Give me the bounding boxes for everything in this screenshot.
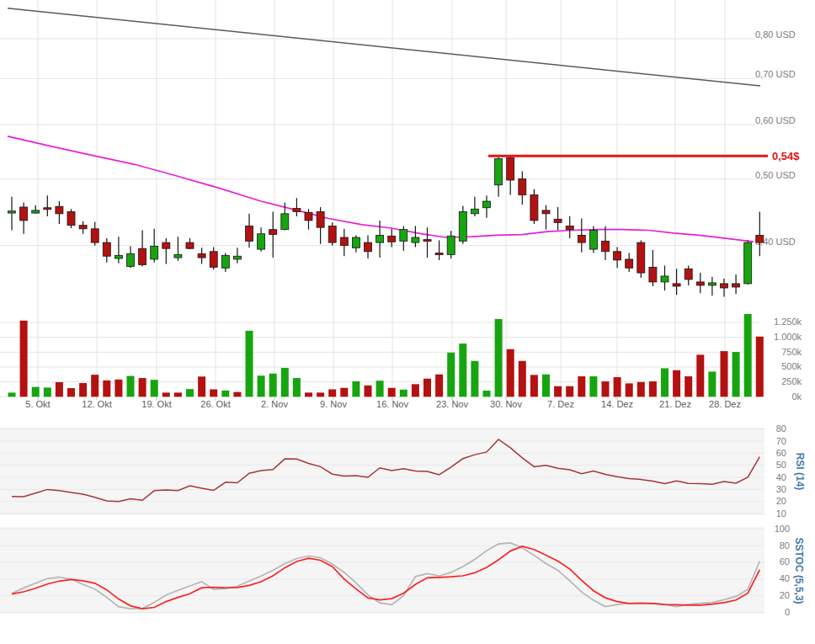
candle-body <box>744 242 752 284</box>
candle <box>210 247 217 269</box>
candle <box>708 277 716 295</box>
candle-body <box>20 207 28 221</box>
volume-bar <box>519 361 526 397</box>
volume-bar <box>115 380 122 397</box>
moving-average-line <box>8 136 754 242</box>
price-axis-label: 0,70 USD <box>755 69 796 79</box>
candle-body <box>756 235 764 242</box>
candle <box>198 247 205 263</box>
candle <box>328 222 336 245</box>
volume-bar <box>637 382 645 397</box>
chart-canvas[interactable]: 5. Okt12. Okt19. Okt26. Okt2. Nov9. Nov1… <box>0 0 815 644</box>
candle <box>162 238 170 264</box>
volume-bar <box>103 381 110 397</box>
date-axis-label: 21. Dez <box>659 399 691 409</box>
candle-body <box>589 231 597 250</box>
candle-body <box>328 226 336 242</box>
candle <box>388 229 396 247</box>
candle <box>20 203 28 234</box>
volume-bar <box>578 376 585 397</box>
candle-body <box>67 211 75 225</box>
volume-axis-label: 1.250k <box>774 317 802 327</box>
candle <box>602 226 610 259</box>
candle <box>542 205 550 230</box>
volume-axis-label: 750k <box>781 347 802 357</box>
candle <box>127 247 135 269</box>
candle-body <box>530 194 538 220</box>
candle <box>530 189 538 224</box>
volume-bar <box>139 378 146 397</box>
date-axis-label: 16. Nov <box>376 399 408 409</box>
rsi-axis-label: 80 <box>776 423 786 434</box>
volume-bar <box>67 388 75 397</box>
volume-bar <box>589 376 597 397</box>
candle <box>459 205 466 243</box>
candle-body <box>103 242 110 256</box>
volume-bar <box>483 391 491 397</box>
candle <box>174 237 182 261</box>
sstoc-axis-label: 80 <box>780 540 790 551</box>
volume-axis-label: 500k <box>781 361 802 371</box>
candle <box>305 209 312 229</box>
candle <box>139 231 146 267</box>
volume-bar <box>233 392 241 397</box>
candle <box>661 265 669 290</box>
candle-body <box>412 237 419 242</box>
candle-body <box>696 282 704 285</box>
candle-body <box>637 242 645 273</box>
volume-bar <box>365 386 372 397</box>
candle <box>578 218 585 252</box>
candle <box>649 250 657 286</box>
volume-bar <box>471 361 478 397</box>
volume-bar <box>32 387 40 397</box>
volume-bar <box>198 376 205 397</box>
date-axis-label: 9. Nov <box>320 399 347 409</box>
volume-bar <box>447 353 455 397</box>
candle-body <box>435 253 443 255</box>
candle <box>233 247 241 263</box>
candle-body <box>269 230 277 235</box>
candle <box>103 238 110 263</box>
candle <box>67 209 75 228</box>
volume-bar <box>626 383 633 397</box>
candle-body <box>708 283 716 285</box>
candle-body <box>388 236 396 242</box>
candle <box>614 247 621 268</box>
volume-axis-label: 1.000k <box>774 332 802 342</box>
sstoc-axis-label: 100 <box>775 524 790 534</box>
rsi-panel-title: RSI (14) <box>794 453 806 491</box>
candle-body <box>44 208 51 210</box>
stock-chart: 5. Okt12. Okt19. Okt26. Okt2. Nov9. Nov1… <box>0 0 815 644</box>
candle <box>221 253 229 273</box>
candle-body <box>483 201 491 208</box>
candlesticks <box>8 156 764 296</box>
volume-bar <box>400 390 408 397</box>
candle-body <box>56 206 63 214</box>
date-axis-label: 5. Okt <box>25 399 50 409</box>
date-axis-label: 30. Nov <box>490 399 522 409</box>
candle-body <box>721 284 728 288</box>
candle-body <box>459 211 466 241</box>
downtrend-line <box>8 8 760 86</box>
volume-bar <box>258 375 265 397</box>
volume-bar <box>566 386 573 397</box>
volume-bar <box>495 319 503 397</box>
volume-bar <box>79 383 87 397</box>
volume-bar <box>340 388 348 397</box>
candle-body <box>400 230 408 242</box>
volume-bar <box>530 375 538 397</box>
date-axis-label: 7. Dez <box>547 399 574 409</box>
candle-body <box>305 212 312 221</box>
candle-body <box>32 210 40 213</box>
volume-bar <box>554 386 562 397</box>
candle <box>673 269 680 295</box>
volume-bar <box>246 331 253 397</box>
candle-body <box>115 255 122 258</box>
volume-axis-label: 0k <box>791 391 802 402</box>
volume-bar <box>186 389 194 397</box>
volume-bar <box>127 376 135 397</box>
candle-body <box>365 242 372 252</box>
volume-bar <box>732 352 740 397</box>
volume-bar <box>661 368 669 397</box>
candle <box>435 240 443 259</box>
